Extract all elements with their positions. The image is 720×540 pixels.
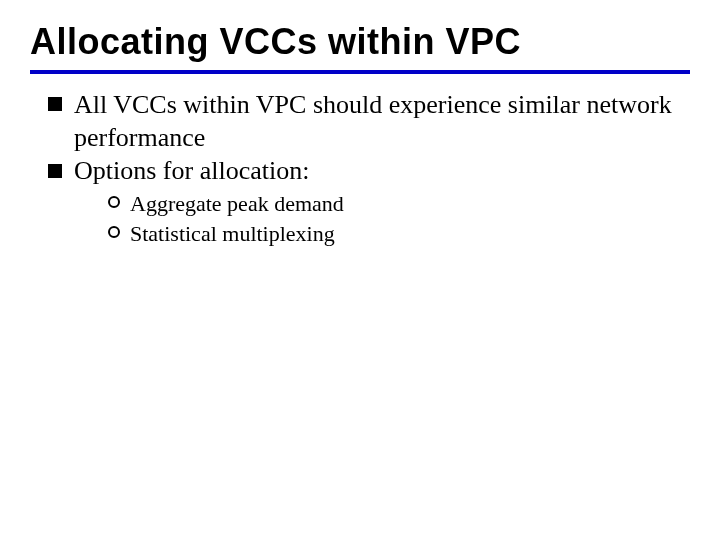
bullet-text: Options for allocation:: [74, 156, 309, 185]
list-item: All VCCs within VPC should experience si…: [48, 88, 690, 155]
list-item: Aggregate peak demand: [108, 189, 690, 219]
title-divider: [30, 70, 690, 74]
bullet-text: Aggregate peak demand: [130, 191, 344, 216]
bullet-list: All VCCs within VPC should experience si…: [30, 88, 690, 249]
sub-bullet-list: Aggregate peak demand Statistical multip…: [74, 189, 690, 248]
slide: Allocating VCCs within VPC All VCCs with…: [0, 0, 720, 540]
bullet-text: Statistical multiplexing: [130, 221, 335, 246]
list-item: Options for allocation: Aggregate peak d…: [48, 154, 690, 249]
list-item: Statistical multiplexing: [108, 219, 690, 249]
bullet-text: All VCCs within VPC should experience si…: [74, 90, 672, 152]
slide-title: Allocating VCCs within VPC: [30, 22, 690, 62]
